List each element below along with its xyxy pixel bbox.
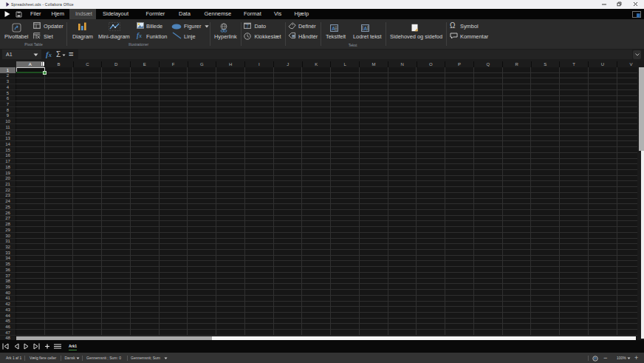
svg-text:A: A [363,26,367,31]
svg-text:7: 7 [246,24,249,29]
svg-text:A: A [332,26,335,31]
